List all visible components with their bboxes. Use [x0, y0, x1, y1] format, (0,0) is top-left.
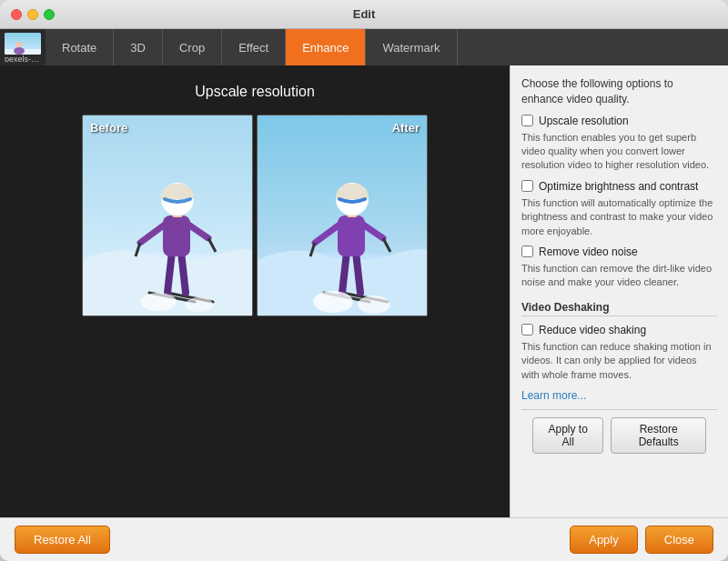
before-image-container: Before [82, 115, 253, 316]
thumbnail-image [5, 33, 41, 55]
option-group-denoise: Remove video noise This function can rem… [521, 245, 717, 290]
upscale-checkbox-row: Upscale resolution [521, 115, 717, 127]
tab-3d[interactable]: 3D [114, 29, 163, 65]
denoise-desc: This function can remove the dirt-like v… [521, 262, 717, 290]
before-after-container: Before [82, 115, 428, 316]
bottom-bar: Restore All Apply Close [0, 517, 728, 561]
before-label: Before [90, 121, 127, 135]
brightness-checkbox[interactable] [521, 180, 533, 192]
apply-button[interactable]: Apply [570, 526, 638, 554]
denoise-checkbox[interactable] [521, 245, 533, 257]
brightness-desc: This function will automatically optimiz… [521, 196, 717, 238]
svg-point-21 [358, 296, 390, 314]
apply-buttons-row: Apply to All Restore Defaults [521, 409, 717, 461]
close-window-button[interactable] [11, 9, 22, 20]
option-group-upscale: Upscale resolution This function enables… [521, 115, 717, 173]
brightness-checkbox-row: Optimize brightness and contrast [521, 180, 717, 193]
svg-rect-6 [163, 215, 190, 256]
main-content-area: Upscale resolution Before [0, 65, 728, 517]
deshake-label[interactable]: Reduce video shaking [539, 324, 646, 336]
main-window: Edit pexels-cot. [0, 0, 728, 561]
option-group-deshake: Reduce video shaking This function can r… [521, 324, 717, 382]
brightness-label[interactable]: Optimize brightness and contrast [539, 180, 698, 193]
upscale-label[interactable]: Upscale resolution [539, 115, 629, 127]
thumbnail-label: pexels-cot... [5, 55, 41, 62]
deshake-desc: This function can reduce shaking motion … [521, 340, 717, 382]
restore-all-button[interactable]: Restore All [15, 526, 110, 554]
upscale-desc: This function enables you to get superb … [521, 131, 717, 173]
preview-title: Upscale resolution [195, 84, 315, 100]
tab-enhance[interactable]: Enhance [286, 29, 366, 65]
settings-panel: Choose the following options to enhance … [510, 65, 728, 517]
tab-effect[interactable]: Effect [222, 29, 286, 65]
deshake-checkbox-row: Reduce video shaking [521, 324, 717, 336]
window-title: Edit [353, 7, 376, 21]
tab-crop[interactable]: Crop [163, 29, 222, 65]
traffic-lights [11, 9, 55, 20]
preview-panel: Upscale resolution Before [0, 65, 510, 517]
before-image [83, 115, 252, 316]
svg-point-3 [16, 42, 22, 47]
denoise-checkbox-row: Remove video noise [521, 245, 717, 258]
title-bar: Edit [0, 0, 728, 29]
restore-defaults-button[interactable]: Restore Defaults [611, 417, 706, 454]
upscale-checkbox[interactable] [521, 115, 533, 126]
svg-rect-15 [338, 215, 365, 256]
svg-point-11 [140, 293, 177, 311]
deshake-checkbox[interactable] [521, 324, 533, 336]
svg-point-12 [186, 297, 213, 312]
close-button[interactable]: Close [645, 526, 713, 554]
learn-more-link[interactable]: Learn more... [521, 389, 717, 402]
deshaking-section-header: Video Deshaking [521, 301, 717, 316]
denoise-label[interactable]: Remove video noise [539, 245, 638, 258]
svg-point-20 [313, 291, 353, 313]
file-thumbnail: pexels-cot... [0, 29, 46, 65]
after-label: After [392, 121, 420, 135]
minimize-window-button[interactable] [27, 9, 38, 20]
tab-watermark[interactable]: Watermark [366, 29, 457, 65]
tabs-bar: pexels-cot... Rotate 3D Crop Effect Enha… [0, 29, 728, 65]
apply-to-all-button[interactable]: Apply to All [532, 417, 603, 454]
maximize-window-button[interactable] [44, 9, 55, 20]
after-image [258, 115, 427, 316]
option-group-brightness: Optimize brightness and contrast This fu… [521, 180, 717, 238]
tab-rotate[interactable]: Rotate [46, 29, 114, 65]
settings-intro: Choose the following options to enhance … [521, 76, 717, 107]
after-image-container: After [257, 115, 428, 316]
svg-point-2 [14, 47, 25, 55]
